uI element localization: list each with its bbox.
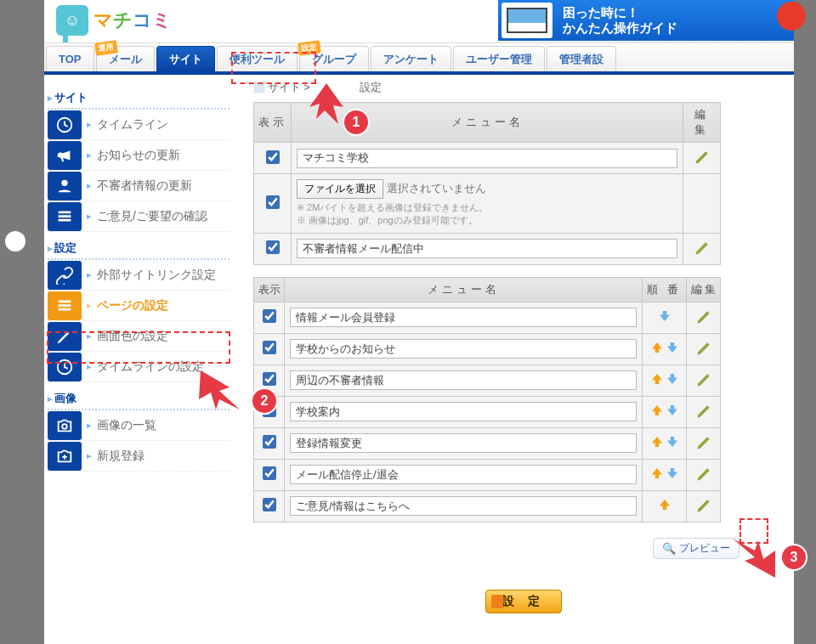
menu-name-input[interactable]: [290, 370, 637, 390]
show-checkbox[interactable]: [266, 240, 280, 254]
show-checkbox[interactable]: [263, 435, 276, 449]
file-select-button[interactable]: ファイルを選択: [297, 179, 383, 199]
move-down-button[interactable]: [665, 466, 680, 481]
sidebar: サイト ▸タイムライン ▸お知らせの更新 ▸不審者情報の更新 ▸ご意見/ご要望の…: [44, 76, 231, 613]
side-head-site: サイト: [48, 87, 230, 110]
table-row: [254, 364, 721, 396]
show-checkbox[interactable]: [263, 309, 276, 323]
sidebar-item-label: 不審者情報の更新: [97, 178, 192, 194]
th-edit: 編 集: [683, 103, 721, 143]
move-up-button[interactable]: [649, 403, 665, 418]
menu-name-input[interactable]: [290, 433, 637, 453]
edit-button[interactable]: [693, 239, 711, 257]
tab-tool[interactable]: 便利ツール: [217, 46, 298, 71]
move-down-button[interactable]: [665, 403, 680, 418]
move-down-button[interactable]: [657, 308, 672, 324]
top-nav: TOP 運用メール サイト 便利ツール 設定グループ アンケート ユーザー管理 …: [44, 42, 794, 71]
menu-name-input[interactable]: [290, 339, 637, 359]
tab-site[interactable]: サイト: [156, 46, 215, 71]
move-up-button[interactable]: [657, 497, 672, 512]
banner-circle-icon: [777, 2, 806, 31]
sidebar-item-label: タイムライン: [97, 117, 168, 133]
move-up-button[interactable]: [649, 340, 665, 355]
edit-button[interactable]: [694, 433, 713, 452]
sidebar-item-tlset[interactable]: ▸タイムラインの設定: [48, 352, 230, 382]
move-up-button[interactable]: [649, 371, 665, 387]
breadcrumb: ▦ サイト > 設定: [253, 80, 794, 95]
megaphone-icon: [48, 141, 82, 170]
annotation-badge-1: 1: [344, 110, 368, 134]
camera-icon: [48, 411, 82, 440]
edit-button[interactable]: [694, 402, 713, 421]
menu-name-input[interactable]: [290, 308, 637, 327]
tab-user[interactable]: ユーザー管理: [453, 46, 545, 71]
table-top: 表示 メニュー名 編 集 ファイルを選択 選択されていません ※ 2Mバイトを超…: [253, 102, 721, 265]
main: ▦ サイト > 設定 表示 メニュー名 編 集: [231, 76, 794, 613]
table-row: [254, 490, 721, 522]
sidebar-item-color[interactable]: ▸画面色の設定: [48, 321, 230, 352]
show-checkbox[interactable]: [263, 498, 276, 511]
help-banner[interactable]: 困った時に！ かんたん操作ガイド: [498, 0, 794, 41]
menu-name-input[interactable]: [290, 465, 637, 484]
magnifier-icon: 🔍: [662, 542, 676, 555]
sidebar-item-suspicious[interactable]: ▸不審者情報の更新: [48, 171, 230, 201]
clock-icon: [48, 110, 82, 139]
menu-name-input[interactable]: [290, 496, 637, 516]
logo[interactable]: ☺ マチコミ: [44, 0, 184, 41]
sidebar-item-page[interactable]: ▸ページの設定: [48, 291, 230, 321]
side-head-image: 画像: [48, 387, 230, 410]
edit-button[interactable]: [694, 496, 713, 515]
dot-decoration: [5, 231, 26, 251]
show-checkbox[interactable]: [266, 150, 280, 164]
show-checkbox[interactable]: [266, 195, 280, 209]
th-name: メニュー名: [285, 277, 643, 302]
menu-name-input[interactable]: [297, 239, 677, 258]
page-icon: [48, 291, 82, 320]
move-up-button[interactable]: [649, 466, 665, 481]
file-note: ※ 2Mバイトを超える画像は登録できません。※ 画像はjpg、gif、pngのみ…: [297, 201, 677, 228]
table-row: [254, 427, 721, 459]
sidebar-item-link[interactable]: ▸外部サイトリンク設定: [48, 260, 230, 291]
sidebar-item-label: 画面色の設定: [97, 329, 168, 344]
tab-mail[interactable]: 運用メール: [96, 46, 155, 71]
menu-name-input[interactable]: [290, 402, 637, 421]
table-bottom: 表示 メニュー名 順 番 編 集: [253, 277, 721, 523]
sidebar-item-label: ページの設定: [97, 298, 168, 314]
table-row: [254, 233, 721, 264]
sidebar-item-label: 外部サイトリンク設定: [97, 268, 216, 283]
edit-button[interactable]: [694, 370, 713, 389]
tab-top[interactable]: TOP: [46, 46, 94, 71]
annotation-badge-3: 3: [782, 545, 806, 569]
edit-button[interactable]: [694, 339, 713, 358]
sidebar-item-imgnew[interactable]: ▸新規登録: [48, 441, 230, 472]
move-up-button[interactable]: [649, 434, 665, 449]
move-down-button[interactable]: [665, 340, 680, 355]
preview-button[interactable]: 🔍プレビュー: [653, 538, 740, 559]
sidebar-item-timeline[interactable]: ▸タイムライン: [48, 110, 230, 140]
move-down-button[interactable]: [665, 434, 680, 449]
show-checkbox[interactable]: [263, 466, 276, 480]
menu-name-input[interactable]: [297, 149, 677, 168]
tab-group[interactable]: 設定グループ: [299, 46, 369, 71]
sidebar-item-news[interactable]: ▸お知らせの更新: [48, 140, 230, 171]
svg-point-1: [61, 179, 67, 185]
edit-button[interactable]: [694, 308, 713, 326]
edit-button[interactable]: [693, 148, 711, 167]
pencil-icon: [48, 322, 82, 351]
side-head-setting: 設定: [48, 237, 230, 260]
table-row: [254, 459, 721, 490]
move-down-button[interactable]: [665, 371, 680, 387]
tab-survey[interactable]: アンケート: [371, 46, 451, 71]
edit-button[interactable]: [694, 465, 713, 483]
sidebar-item-imglist[interactable]: ▸画像の一覧: [48, 410, 230, 441]
show-checkbox[interactable]: [263, 341, 276, 354]
settings-submit-button[interactable]: 設 定: [485, 590, 562, 613]
file-status: 選択されていません: [387, 182, 486, 195]
show-checkbox[interactable]: [263, 372, 276, 386]
sidebar-item-feedback[interactable]: ▸ご意見/ご要望の確認: [48, 201, 230, 232]
annotation-badge-2: 2: [252, 389, 276, 413]
th-show: 表示: [254, 103, 292, 143]
table-row: [254, 302, 721, 333]
table-row: [254, 396, 721, 427]
tab-admin[interactable]: 管理者設: [547, 46, 616, 71]
